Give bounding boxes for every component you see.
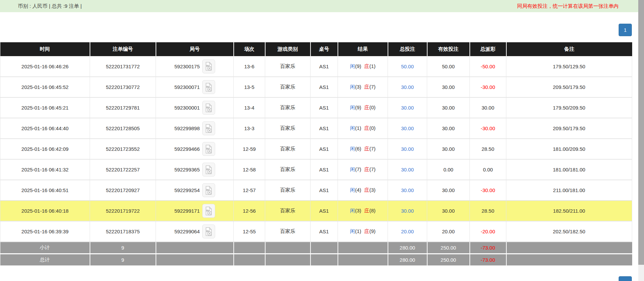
- player-score: (6): [355, 146, 361, 151]
- player-score: (3): [355, 84, 361, 90]
- table-row: 2025-01-16 06:45:21 522201729781 5923000…: [0, 97, 632, 118]
- video-replay-button[interactable]: [202, 60, 215, 73]
- total-bet-amount-link[interactable]: 30.00: [401, 167, 414, 172]
- banker-label: 庄: [364, 166, 369, 172]
- cell-round: 592299466: [156, 139, 234, 159]
- cell-result: 闲(1)庄(0): [338, 118, 388, 139]
- cell-session: 12-59: [234, 139, 265, 159]
- header-game-type: 游戏类别: [265, 42, 310, 56]
- cell-table-no: AS1: [310, 201, 338, 221]
- cell-round: 592300175: [156, 56, 234, 77]
- cell-round: 592299254: [156, 180, 234, 201]
- currency-summary-text: 币别 : 人民币 | 总共 :9 注单 |: [18, 3, 82, 9]
- player-label: 闲: [350, 166, 355, 172]
- cell-valid-bet: 30.00: [427, 139, 470, 159]
- header-session: 场次: [234, 42, 265, 56]
- total-bet-amount-link[interactable]: 30.00: [401, 125, 414, 131]
- header-remark: 备注: [506, 42, 632, 56]
- total-bet-amount-link[interactable]: 30.00: [401, 105, 414, 111]
- player-score: (9): [355, 63, 361, 69]
- video-file-icon: [205, 103, 213, 113]
- video-replay-button[interactable]: [202, 204, 215, 218]
- player-score: (3): [355, 208, 361, 213]
- pagination-page-1-top[interactable]: 1: [619, 24, 632, 36]
- subtotal-row: 小计 9 280.00 250.00 -73.00: [0, 242, 632, 254]
- cell-total-bet: 30.00: [388, 77, 427, 97]
- cell-remark: 209.50/179.50: [506, 118, 632, 139]
- header-round: 局号: [156, 42, 234, 56]
- video-replay-button[interactable]: [202, 142, 215, 156]
- total-label: 总计: [0, 254, 90, 265]
- player-label: 闲: [350, 228, 355, 234]
- cell-table-no: AS1: [310, 221, 338, 242]
- cell-valid-bet: 30.00: [427, 180, 470, 201]
- vertical-scrollbar-track[interactable]: [638, 0, 644, 281]
- cell-result: 闲(3)庄(7): [338, 77, 388, 97]
- total-bet-amount-link[interactable]: 20.00: [401, 229, 414, 234]
- round-number: 592299171: [174, 208, 200, 214]
- cell-bet-id: 522201719722: [90, 201, 156, 221]
- cell-time: 2025-01-16 06:41:32: [0, 159, 90, 180]
- banker-score: (8): [369, 208, 375, 213]
- total-bet-amount-link[interactable]: 30.00: [401, 187, 414, 193]
- cell-total-bet: 20.00: [388, 221, 427, 242]
- video-replay-button[interactable]: [202, 163, 215, 177]
- cell-game-type: 百家乐: [265, 77, 310, 97]
- total-bet-amount-link[interactable]: 50.00: [401, 64, 414, 69]
- total-payout: -73.00: [470, 254, 506, 265]
- player-score: (4): [355, 187, 361, 193]
- cell-bet-id: 522201731772: [90, 56, 156, 77]
- total-bet-amount-link[interactable]: 30.00: [401, 208, 414, 214]
- subtotal-count: 9: [90, 242, 156, 254]
- cell-time: 2025-01-16 06:42:09: [0, 139, 90, 159]
- cell-payout: -30.00: [470, 77, 506, 97]
- subtotal-total-bet: 280.00: [388, 242, 427, 254]
- cell-table-no: AS1: [310, 77, 338, 97]
- video-replay-button[interactable]: [202, 101, 215, 115]
- table-row: 2025-01-16 06:40:51 522201720927 5922992…: [0, 180, 632, 201]
- banker-score: (7): [369, 146, 375, 151]
- video-file-icon: [205, 124, 213, 133]
- cell-payout: -50.00: [470, 56, 506, 77]
- cell-bet-id: 522201729781: [90, 97, 156, 118]
- cell-bet-id: 522201730772: [90, 77, 156, 97]
- player-label: 闲: [350, 208, 355, 213]
- banker-label: 庄: [364, 187, 369, 193]
- total-bet-amount-link[interactable]: 30.00: [401, 146, 414, 152]
- video-file-icon: [205, 227, 213, 236]
- banker-label: 庄: [364, 104, 369, 110]
- header-bet-id: 注单编号: [90, 42, 156, 56]
- cell-remark: 182.50/211.00: [506, 201, 632, 221]
- cell-game-type: 百家乐: [265, 56, 310, 77]
- total-row: 总计 9 280.00 250.00 -73.00: [0, 254, 632, 265]
- video-replay-button[interactable]: [202, 183, 215, 197]
- pagination-page-1-bottom[interactable]: 1: [619, 276, 632, 281]
- round-number: 592300071: [174, 84, 200, 90]
- header-total-bet: 总投注: [388, 42, 427, 56]
- cell-table-no: AS1: [310, 159, 338, 180]
- banker-label: 庄: [364, 125, 369, 131]
- cell-remark: 179.50/129.50: [506, 56, 632, 77]
- video-replay-button[interactable]: [202, 121, 215, 135]
- total-bet-amount-link[interactable]: 30.00: [401, 84, 414, 90]
- video-replay-button[interactable]: [202, 225, 215, 238]
- cell-session: 12-58: [234, 159, 265, 180]
- vertical-scrollbar-thumb[interactable]: [638, 0, 644, 265]
- cell-valid-bet: 50.00: [427, 56, 470, 77]
- cell-remark: 179.50/209.50: [506, 97, 632, 118]
- round-number: 592299466: [174, 146, 200, 152]
- cell-payout: -30.00: [470, 118, 506, 139]
- video-file-icon: [205, 206, 213, 216]
- cell-remark: 209.50/179.50: [506, 77, 632, 97]
- table-row: 2025-01-16 06:45:52 522201730772 5923000…: [0, 77, 632, 97]
- cell-total-bet: 30.00: [388, 118, 427, 139]
- round-number: 592300001: [174, 105, 200, 111]
- cell-game-type: 百家乐: [265, 180, 310, 201]
- bet-records-table: 时间 注单编号 局号 场次 游戏类别 桌号 结果 总投注 有效投注 总派彩 备注…: [0, 42, 632, 265]
- cell-valid-bet: 30.00: [427, 97, 470, 118]
- total-total-bet: 280.00: [388, 254, 427, 265]
- cell-round: 592300001: [156, 97, 234, 118]
- player-score: (7): [355, 166, 361, 172]
- video-replay-button[interactable]: [202, 80, 215, 94]
- cell-result: 闲(6)庄(7): [338, 139, 388, 159]
